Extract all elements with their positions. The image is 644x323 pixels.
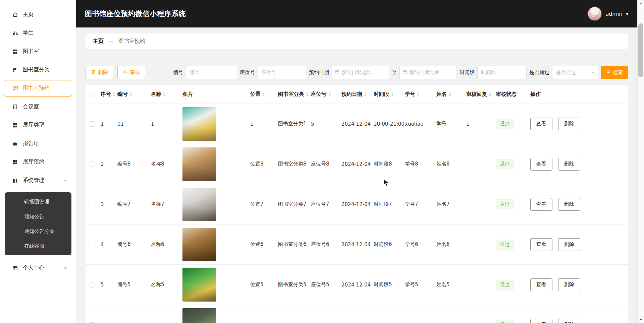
sidebar-item-library-category[interactable]: 图书室分类 [0,61,76,79]
shifoutongguo-select[interactable]: 是否通过 [552,66,598,79]
flag-icon [12,67,18,73]
col-label: 编号 [117,91,128,98]
cell-zuoweihao: 5 [311,121,341,127]
sidebar-item-library-reservation[interactable]: 图书室预约 [4,80,72,96]
cell-weizhi: 位置8 [250,161,278,167]
cell-riqi: 2024-12-04 [341,121,374,127]
cell-shijianduan: 时间段8 [374,161,405,167]
user-menu[interactable]: admin ▼ [587,6,629,21]
sidebar-item-hall-reservation[interactable]: 展厅预约 [0,153,76,171]
sidebar-item-lecture-hall[interactable]: 报告厅 [0,134,76,153]
col-shijianduan[interactable]: 时间段 [374,91,405,98]
breadcrumb-current: 图书室预约 [118,38,145,45]
col-mingcheng[interactable]: 名称 [151,91,182,98]
sidebar-item-students[interactable]: 学生 [0,24,76,42]
audit-button[interactable]: 审核 [117,66,145,79]
delete-row-button[interactable]: 删除 [558,198,580,211]
col-xuehao[interactable]: 学号 [405,91,436,98]
cell-xingming: 姓名7 [436,201,466,207]
room-photo[interactable] [182,107,216,141]
scroll-up-arrow[interactable] [638,0,644,6]
zuoweihao-input[interactable] [258,66,306,79]
grid-icon [12,123,18,128]
sidebar-item-label: 图书室分类 [23,66,50,73]
row-checkbox[interactable] [90,121,95,127]
room-photo[interactable] [182,308,216,323]
sidebar-item-home[interactable]: 主页 [0,5,76,24]
delete-row-button[interactable]: 删除 [558,118,580,130]
cell-zuoweihao: 座位号6 [311,241,341,248]
view-button[interactable]: 查看 [530,118,552,130]
sidebar-item-library-room[interactable]: 图书室 [0,42,76,61]
row-checkbox[interactable] [90,282,95,287]
sidebar-item-online-service[interactable]: 在线客服 [5,239,71,253]
calendar-icon [402,69,407,76]
cell-bianhao: 编号8 [117,161,151,167]
vertical-scrollbar[interactable] [637,0,644,323]
delete-row-button[interactable]: 删除 [558,238,580,251]
col-bianhao[interactable]: 编号 [117,91,151,98]
view-button[interactable]: 查看 [530,319,552,323]
bianhao-input[interactable] [186,66,237,79]
col-xuhao[interactable]: 序号 [101,91,117,98]
date-end-input[interactable] [409,69,454,75]
date-start-input[interactable] [341,69,386,75]
submenu-item-label: 通知公告分类 [24,228,54,235]
cell-xingming: 姓名5 [436,281,466,288]
delete-row-button[interactable]: 删除 [558,278,580,291]
cell-index: 2 [101,161,117,167]
row-checkbox[interactable] [90,202,95,207]
col-riqi[interactable]: 预约日期 [341,91,374,98]
sidebar-item-personal-center[interactable]: 个人中心 [0,259,76,277]
user-avatar[interactable] [587,6,602,21]
select-all-checkbox[interactable] [90,92,95,97]
grid-icon [12,49,18,54]
row-checkbox[interactable] [90,162,95,167]
sort-icon [129,91,132,98]
room-photo[interactable] [182,188,216,221]
room-photo[interactable] [182,268,216,302]
col-fenlei[interactable]: 图书室分类 [278,91,311,98]
audit-button-label: 审核 [130,69,140,76]
cell-mingcheng: 名称5 [151,281,182,288]
submenu-item-label: 通知公告 [24,213,44,220]
scrollbar-thumb[interactable] [638,23,643,77]
date-start-field[interactable] [332,66,389,79]
delete-row-button[interactable]: 删除 [558,319,580,323]
col-huifu[interactable]: 审核回复 [466,91,496,98]
submenu-item-label: 轮播图管理 [24,199,49,205]
view-button[interactable]: 查看 [530,278,552,291]
col-label: 图书室分类 [278,91,304,98]
room-photo[interactable] [182,228,216,261]
sidebar-item-label: 展厅类型 [23,122,44,129]
cell-shijianduan: 时间段7 [374,201,405,207]
col-xingming[interactable]: 姓名 [436,91,466,98]
sidebar-item-hall-type[interactable]: 展厅类型 [0,116,76,134]
row-checkbox[interactable] [90,242,95,247]
sidebar-item-label: 会议室 [23,103,39,110]
breadcrumb-home[interactable]: 主页 [93,38,104,45]
sidebar-item-system-management[interactable]: 系统管理 [0,171,76,190]
delete-row-button[interactable]: 删除 [558,158,580,171]
audit-check-icon [123,69,127,75]
top-bar: 图书馆座位预约微信小程序系统 admin ▼ [76,0,637,27]
view-button[interactable]: 查看 [530,198,552,211]
view-button[interactable]: 查看 [530,158,552,171]
col-weizhi[interactable]: 位置 [250,91,278,98]
search-button[interactable]: 搜索 [601,66,628,79]
sidebar-item-notice-category[interactable]: 通知公告分类 [5,224,71,239]
sidebar-item-notice[interactable]: 通知公告 [5,209,71,224]
view-button[interactable]: 查看 [530,238,552,251]
shijianduan-input[interactable] [477,66,527,79]
col-zuoweihao[interactable]: 座位号 [311,91,341,98]
sidebar-item-meeting-room[interactable]: 会议室 [0,98,76,116]
col-label: 学号 [405,91,415,98]
table-row: 通过 查看 删除 [86,305,628,323]
scroll-down-arrow[interactable] [638,317,644,323]
col-label: 审核回复 [466,91,487,98]
sort-icon [328,91,331,98]
room-photo[interactable] [182,147,216,181]
sidebar-item-carousel-management[interactable]: 轮播图管理 [5,194,71,209]
delete-button[interactable]: 删除 [86,66,113,79]
date-end-field[interactable] [399,66,457,79]
